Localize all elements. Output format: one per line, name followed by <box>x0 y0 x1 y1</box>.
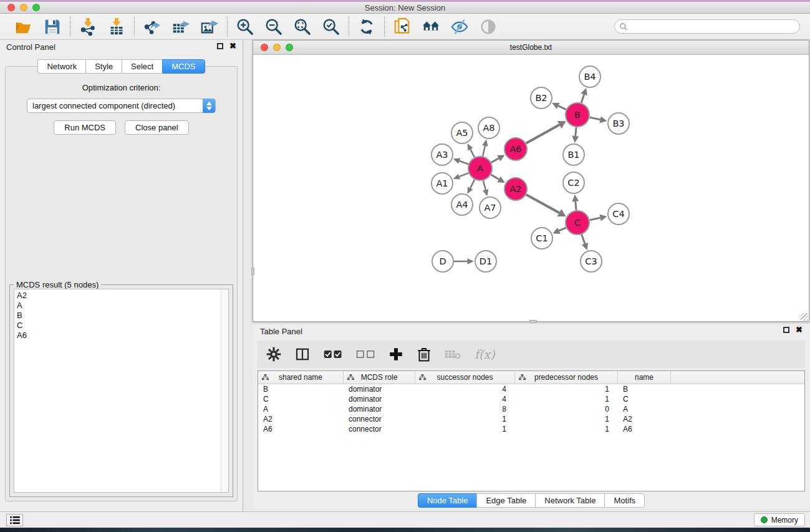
tab-motifs[interactable]: Motifs <box>604 493 645 508</box>
cell-successor-nodes-row1[interactable]: 4 <box>415 394 515 404</box>
show-columns-icon[interactable] <box>295 347 310 362</box>
open-session-icon[interactable] <box>14 17 34 37</box>
save-session-icon[interactable] <box>42 17 62 37</box>
hide-details-icon[interactable] <box>450 17 470 37</box>
cell-name-row4[interactable]: A6 <box>618 424 671 434</box>
cell-successor-nodes-row4[interactable]: 1 <box>415 424 515 434</box>
splitter-handle[interactable] <box>251 268 254 275</box>
graph-edge-A6-B[interactable] <box>526 125 560 143</box>
tab-network[interactable]: Network <box>37 59 85 74</box>
column-header-MCDS-role[interactable]: MCDS role <box>344 371 415 384</box>
table-row-C[interactable]: Cdominator41C <box>258 394 804 404</box>
tab-node-table[interactable]: Node Table <box>418 493 477 508</box>
cell-name-row0[interactable]: B <box>618 384 671 394</box>
tab-network-table[interactable]: Network Table <box>535 493 604 508</box>
search-input[interactable] <box>614 19 800 34</box>
resize-grip-icon[interactable] <box>801 313 808 321</box>
close-table-panel-icon[interactable]: ✖ <box>796 327 803 333</box>
graph-edge-A-A5[interactable] <box>470 149 475 157</box>
graph-edge-A-A8[interactable] <box>483 146 485 157</box>
cell-successor-nodes-row2[interactable]: 8 <box>415 404 515 414</box>
table-row-A2[interactable]: A2connector11A2 <box>258 414 804 424</box>
cell-MCDS-role-row4[interactable]: connector <box>344 424 415 434</box>
cell-predecessor-nodes-row1[interactable]: 1 <box>515 394 618 404</box>
graph-edge-C-C4[interactable] <box>590 218 600 220</box>
table-row-A6[interactable]: A6connector11A6 <box>258 424 804 434</box>
export-image-icon[interactable] <box>200 17 219 37</box>
cell-successor-nodes-row0[interactable]: 4 <box>415 384 515 394</box>
cell-predecessor-nodes-row4[interactable]: 1 <box>515 424 618 434</box>
column-header-name[interactable]: name <box>618 371 671 384</box>
graph-edge-A2-C[interactable] <box>526 195 559 213</box>
cell-shared-name-row1[interactable]: C <box>258 394 344 404</box>
tab-style[interactable]: Style <box>85 59 122 74</box>
tab-select[interactable]: Select <box>122 59 162 74</box>
import-network-icon[interactable] <box>78 17 98 37</box>
close-panel-icon[interactable]: ✖ <box>229 43 236 49</box>
float-panel-icon[interactable] <box>217 43 223 49</box>
unselect-all-columns-icon[interactable] <box>356 349 375 360</box>
delete-table-icon[interactable] <box>445 349 461 360</box>
column-header-successor-nodes[interactable]: successor nodes <box>415 371 515 384</box>
select-all-columns-icon[interactable] <box>324 349 342 360</box>
splitter-handle[interactable] <box>529 320 537 323</box>
network-canvas[interactable]: B4B2BB3B1A5A8A6A3AA1A2A4A7C2C4CC1C3DD1 <box>253 55 809 321</box>
import-table-icon[interactable] <box>107 17 127 37</box>
graph-edge-B-B3[interactable] <box>590 117 600 120</box>
mcds-result-item-A6[interactable]: A6 <box>17 331 228 341</box>
cell-name-row1[interactable]: C <box>618 394 671 404</box>
memory-button[interactable]: Memory <box>754 513 805 526</box>
zoom-selected-icon[interactable] <box>321 17 341 37</box>
graph-edge-A-A7[interactable] <box>483 180 486 190</box>
home-icon[interactable] <box>421 17 441 37</box>
graph-edge-B-B2[interactable] <box>558 106 566 110</box>
cell-shared-name-row0[interactable]: B <box>258 384 344 394</box>
optimization-criterion-dropdown[interactable]: largest connected component (directed) <box>27 99 216 113</box>
create-column-icon[interactable] <box>388 347 403 362</box>
cell-shared-name-row3[interactable]: A2 <box>258 414 344 424</box>
float-table-panel-icon[interactable] <box>783 327 789 333</box>
task-history-button[interactable] <box>6 514 23 526</box>
graph-edge-A-A3[interactable] <box>460 161 468 164</box>
table-row-B[interactable]: Bdominator41B <box>258 384 804 394</box>
graph-edge-A-A1[interactable] <box>459 173 468 177</box>
run-mcds-button[interactable]: Run MCDS <box>54 120 116 135</box>
tab-mcds[interactable]: MCDS <box>162 59 205 74</box>
cell-predecessor-nodes-row2[interactable]: 0 <box>515 404 618 414</box>
cell-predecessor-nodes-row0[interactable]: 1 <box>515 384 618 394</box>
scrollbar-track[interactable] <box>221 289 228 492</box>
graph-edge-C-C3[interactable] <box>582 235 585 244</box>
show-details-icon[interactable] <box>478 17 498 37</box>
network-window-titlebar[interactable]: testGlobe.txt <box>253 41 809 55</box>
column-header-predecessor-nodes[interactable]: predecessor nodes <box>515 371 618 384</box>
cell-successor-nodes-row3[interactable]: 1 <box>415 414 515 424</box>
graph-edge-C-C1[interactable] <box>559 228 566 231</box>
delete-column-icon[interactable] <box>417 347 431 362</box>
cell-MCDS-role-row3[interactable]: connector <box>344 414 415 424</box>
cell-MCDS-role-row2[interactable]: dominator <box>344 404 415 414</box>
network-graph[interactable]: B4B2BB3B1A5A8A6A3AA1A2A4A7C2C4CC1C3DD1 <box>253 55 809 322</box>
mcds-result-item-C[interactable]: C <box>17 321 228 331</box>
zoom-out-icon[interactable] <box>264 17 284 37</box>
export-table-icon[interactable] <box>171 17 191 37</box>
function-builder-icon[interactable]: f(x) <box>475 347 495 361</box>
cell-MCDS-role-row1[interactable]: dominator <box>344 394 415 404</box>
cell-name-row2[interactable]: A <box>618 404 671 414</box>
graph-edge-A-A4[interactable] <box>470 180 475 188</box>
graph-edge-B-B1[interactable] <box>576 127 576 136</box>
tab-edge-table[interactable]: Edge Table <box>476 493 535 508</box>
mcds-result-item-B[interactable]: B <box>17 311 228 321</box>
table-row-A[interactable]: Adominator80A <box>258 404 804 414</box>
table-settings-gear-icon[interactable] <box>266 347 281 362</box>
mcds-result-item-A[interactable]: A <box>17 301 228 311</box>
cell-shared-name-row4[interactable]: A6 <box>258 424 344 434</box>
close-panel-button[interactable]: Close panel <box>125 120 189 135</box>
export-network-icon[interactable] <box>142 17 162 37</box>
graph-edge-C-C2[interactable] <box>576 201 576 210</box>
column-header-shared-name[interactable]: shared name <box>258 371 344 384</box>
cell-shared-name-row2[interactable]: A <box>258 404 344 414</box>
zoom-fit-icon[interactable] <box>292 17 312 37</box>
mcds-result-item-A2[interactable]: A2 <box>17 291 228 301</box>
cell-name-row3[interactable]: A2 <box>618 414 671 424</box>
cell-MCDS-role-row0[interactable]: dominator <box>344 384 415 394</box>
